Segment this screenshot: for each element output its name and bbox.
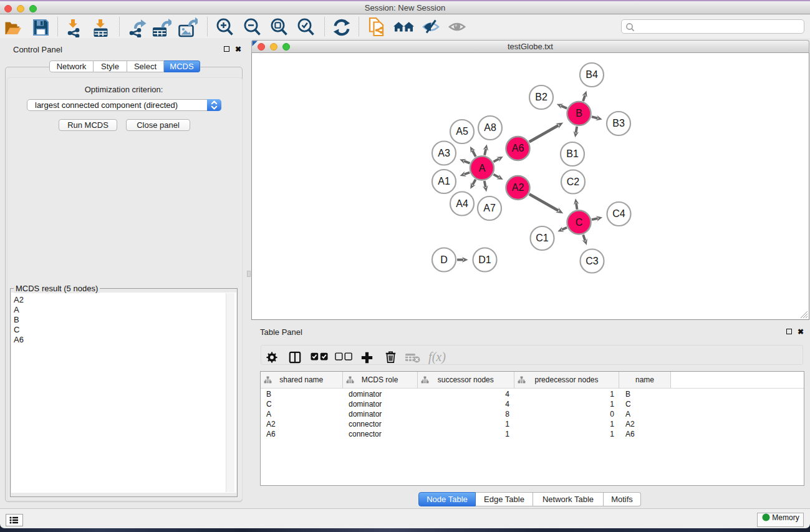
- svg-text:C4: C4: [612, 208, 625, 219]
- svg-text:B1: B1: [566, 148, 579, 159]
- svg-text:A1: A1: [438, 176, 450, 186]
- svg-text:B4: B4: [586, 69, 598, 80]
- svg-text:C1: C1: [536, 233, 549, 243]
- svg-text:A5: A5: [456, 126, 468, 137]
- svg-text:C3: C3: [586, 256, 599, 266]
- svg-text:B3: B3: [612, 118, 625, 128]
- svg-text:A7: A7: [483, 203, 496, 213]
- svg-text:B2: B2: [535, 92, 547, 102]
- svg-text:C2: C2: [567, 177, 580, 187]
- svg-text:D1: D1: [478, 254, 491, 265]
- svg-text:B: B: [576, 108, 582, 118]
- svg-text:A3: A3: [438, 148, 450, 158]
- svg-text:A8: A8: [484, 122, 496, 133]
- svg-text:A2: A2: [512, 182, 524, 193]
- svg-text:A6: A6: [512, 143, 524, 153]
- svg-text:D: D: [440, 254, 448, 265]
- svg-text:A: A: [479, 163, 486, 173]
- svg-text:A4: A4: [456, 198, 468, 209]
- svg-text:C: C: [576, 217, 583, 228]
